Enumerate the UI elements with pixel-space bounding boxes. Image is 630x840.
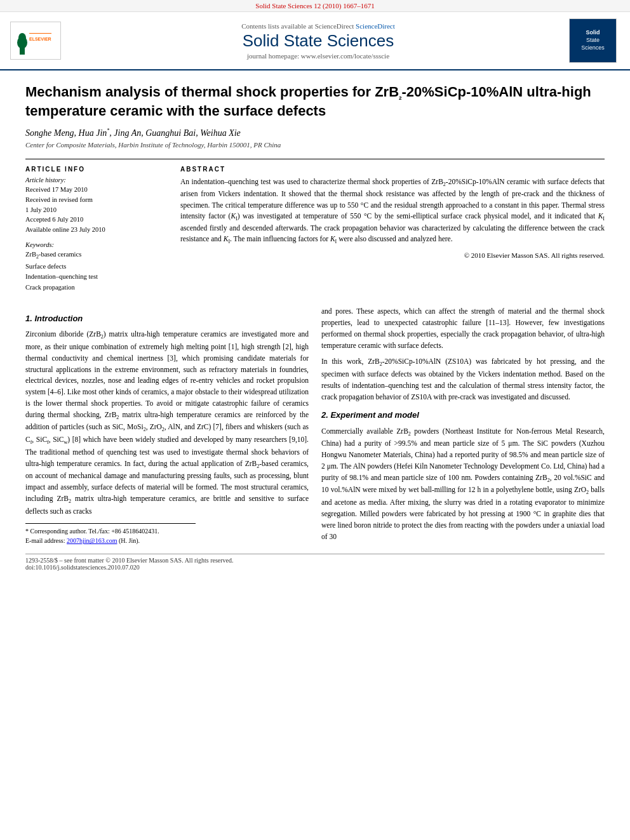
abstract-text: An indentation–quenching test was used t… xyxy=(180,177,605,246)
article-info-label: ARTICLE INFO xyxy=(25,166,165,173)
body-content: 1. Introduction Zirconium diboride (ZrB2… xyxy=(25,306,605,547)
homepage-text: journal homepage: www.elsevier.com/locat… xyxy=(247,52,389,60)
keywords-heading: Keywords: xyxy=(25,241,165,248)
email-link[interactable]: 2007hjin@163.com xyxy=(67,537,117,544)
article-history-group: Article history: Received 17 May 2010 Re… xyxy=(25,177,165,235)
abstract-label: ABSTRACT xyxy=(180,166,605,173)
header-section: ELSEVIER Contents lists available at Sci… xyxy=(0,12,630,70)
accepted-text: Accepted 6 July 2010 xyxy=(25,215,165,225)
header-center: Contents lists available at ScienceDirec… xyxy=(74,22,563,60)
article-history-heading: Article history: xyxy=(25,177,165,183)
footnote-divider xyxy=(25,523,196,524)
journal-bar: Solid State Sciences 12 (2010) 1667–1671 xyxy=(0,0,630,12)
section1-heading: 1. Introduction xyxy=(25,312,309,325)
body-col-left: 1. Introduction Zirconium diboride (ZrB2… xyxy=(25,306,309,547)
contents-available-text: Contents lists available at ScienceDirec… xyxy=(241,22,354,30)
elsevier-logo: ELSEVIER xyxy=(10,22,67,60)
keyword-1: ZrB2-based ceramics xyxy=(25,250,165,262)
copyright-text: © 2010 Elsevier Masson SAS. All rights r… xyxy=(180,251,605,259)
sciencedirect-anchor[interactable]: ScienceDirect xyxy=(356,22,395,30)
sciencedirect-link: Contents lists available at ScienceDirec… xyxy=(74,22,563,30)
svg-rect-3 xyxy=(29,33,51,34)
received-revised-text: Received in revised form xyxy=(25,195,165,205)
svg-point-2 xyxy=(18,33,26,43)
section2-paragraph: Commercially available ZrB2 powders (Nor… xyxy=(321,426,605,543)
received-revised-date: 1 July 2010 xyxy=(25,205,165,215)
elsevier-logo-box: ELSEVIER xyxy=(10,22,61,60)
article-info-abstract-section: ARTICLE INFO Article history: Received 1… xyxy=(25,159,605,293)
article-title: Mechanism analysis of thermal shock prop… xyxy=(25,83,605,120)
footer-issn: 1293-2558/$ – see front matter © 2010 El… xyxy=(25,557,234,564)
svg-text:ELSEVIER: ELSEVIER xyxy=(29,37,51,41)
body-col-right: and pores. These aspects, which can affe… xyxy=(321,306,605,547)
journal-logo-box: Solid State Sciences xyxy=(569,18,617,63)
article-info-column: ARTICLE INFO Article history: Received 1… xyxy=(25,166,165,293)
affiliation: Center for Composite Materials, Harbin I… xyxy=(25,141,605,149)
journal-title-header: Solid State Sciences xyxy=(74,31,563,51)
received-text: Received 17 May 2010 xyxy=(25,185,165,195)
footer-bar: 1293-2558/$ – see front matter © 2010 El… xyxy=(25,554,605,571)
section2-heading: 2. Experiment and model xyxy=(321,409,605,422)
available-online-text: Available online 23 July 2010 xyxy=(25,225,165,235)
abstract-column: ABSTRACT An indentation–quenching test w… xyxy=(180,166,605,293)
keyword-2: Surface defects xyxy=(25,262,165,272)
body-two-col: 1. Introduction Zirconium diboride (ZrB2… xyxy=(25,306,605,547)
article-content: Mechanism analysis of thermal shock prop… xyxy=(0,70,630,583)
journal-bar-text: Solid State Sciences 12 (2010) 1667–1671 xyxy=(255,2,374,10)
elsevier-tree-icon: ELSEVIER xyxy=(17,27,55,55)
authors: Songhe Meng, Hua Jin*, Jing An, Guanghui… xyxy=(25,128,605,138)
section1-paragraph: Zirconium diboride (ZrB2) matrix ultra-h… xyxy=(25,329,309,517)
keyword-4: Crack propagation xyxy=(25,283,165,293)
footnote-email: E-mail address: 2007hjin@163.com (H. Jin… xyxy=(25,536,309,545)
keywords-section: Keywords: ZrB2-based ceramics Surface de… xyxy=(25,241,165,293)
header-right: Solid State Sciences xyxy=(569,18,620,63)
journal-homepage: journal homepage: www.elsevier.com/locat… xyxy=(74,52,563,60)
footer-doi: doi:10.1016/j.solidstatesciences.2010.07… xyxy=(25,564,140,571)
keyword-3: Indentation–quenching test xyxy=(25,272,165,283)
section1-paragraph2: In this work, ZrB2-20%SiCp-10%AlN (ZS10A… xyxy=(321,356,605,403)
footnote-corresponding: * Corresponding author. Tel./fax: +86 45… xyxy=(25,526,309,536)
section1-continuation: and pores. These aspects, which can affe… xyxy=(321,306,605,351)
